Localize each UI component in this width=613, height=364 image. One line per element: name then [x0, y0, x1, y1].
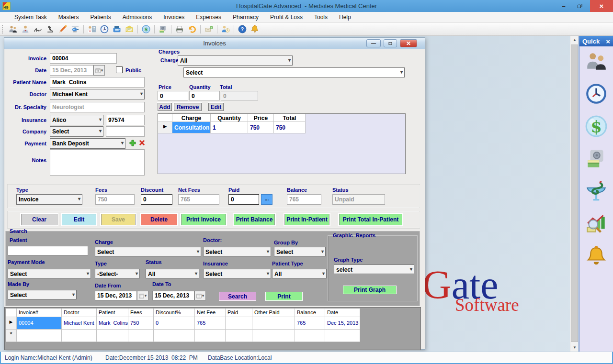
- cell-balance[interactable]: 765: [295, 317, 325, 330]
- search-dateto-calendar-button[interactable]: ▾: [194, 291, 206, 300]
- menu-item-help[interactable]: Help: [333, 12, 357, 23]
- charge-item-combo[interactable]: Select▾: [183, 67, 405, 77]
- paid-input[interactable]: 0: [228, 194, 259, 205]
- fax-icon[interactable]: [111, 23, 123, 35]
- clock-icon[interactable]: [98, 23, 111, 35]
- invoices-minimize-button[interactable]: —: [366, 39, 381, 47]
- quick-bell-icon[interactable]: [583, 243, 610, 269]
- vertical-scrollbar[interactable]: ▲ ▼: [570, 36, 579, 352]
- search-groupby-combo[interactable]: Select▾: [274, 247, 326, 256]
- doctor-combo[interactable]: Michael Kent▾: [50, 89, 145, 99]
- col-patient[interactable]: Patient: [97, 309, 128, 317]
- col-doctor[interactable]: Doctor: [62, 309, 97, 317]
- menu-item-invoices[interactable]: Invoices: [158, 12, 190, 23]
- invoices-window-titlebar[interactable]: Invoices: [4, 38, 425, 49]
- payment-combo[interactable]: Bank Deposit▾: [50, 138, 125, 149]
- col-date[interactable]: Date: [325, 309, 360, 317]
- print-invoice-button[interactable]: Print Invoice: [181, 214, 226, 225]
- bell-icon[interactable]: [249, 23, 261, 35]
- edit-charge-button[interactable]: Edit: [208, 103, 224, 111]
- menu-item-profit-loss[interactable]: Profit & Loss: [264, 12, 308, 23]
- patient-icon[interactable]: [19, 23, 32, 35]
- col-invoice[interactable]: Invoice#: [17, 309, 62, 317]
- company-number-field[interactable]: [106, 126, 145, 137]
- discount-input[interactable]: 0: [141, 194, 172, 205]
- money-box-icon[interactable]: [157, 23, 169, 35]
- search-button[interactable]: Search: [219, 292, 256, 301]
- edit-button[interactable]: Edit: [62, 214, 96, 225]
- cell-fees[interactable]: 750: [128, 317, 154, 330]
- scroll-up-icon[interactable]: ▲: [570, 36, 579, 44]
- print-balance-button[interactable]: Print Balance: [234, 214, 275, 225]
- col-balance[interactable]: Balance: [295, 309, 325, 317]
- search-type-combo[interactable]: -Select-▾: [95, 269, 140, 278]
- money-mail-icon[interactable]: [123, 23, 136, 35]
- dollar-coin-icon[interactable]: $: [140, 23, 152, 35]
- print-mail-icon[interactable]: [173, 23, 186, 35]
- cell-discount[interactable]: 0: [154, 317, 195, 330]
- col-total[interactable]: Total: [274, 114, 306, 122]
- col-netfee[interactable]: Net Fee: [195, 309, 226, 317]
- search-print-button[interactable]: Print: [265, 292, 303, 301]
- col-quantity[interactable]: Quantity: [211, 114, 248, 122]
- type-combo[interactable]: Invoice▾: [16, 194, 82, 205]
- search-datefrom-field[interactable]: 15 Dec, 2013: [95, 291, 137, 300]
- quick-money-safe-icon[interactable]: [583, 146, 610, 172]
- search-charge-combo[interactable]: Select▾: [95, 247, 201, 256]
- cell-patient[interactable]: Mark Colins: [97, 317, 128, 330]
- add-payment-button[interactable]: [129, 139, 136, 149]
- cell-netfee[interactable]: 765: [195, 317, 226, 330]
- quick-close-icon[interactable]: ×: [606, 37, 610, 45]
- quick-dollar-icon[interactable]: $: [583, 113, 610, 139]
- print-inpatient-button[interactable]: Print In-Patient: [284, 214, 329, 225]
- scrollbar-thumb[interactable]: [571, 44, 578, 342]
- remove-charge-button[interactable]: Remove: [174, 103, 202, 111]
- invoices-close-button[interactable]: ✕: [400, 39, 417, 47]
- search-patient-input[interactable]: [8, 246, 88, 255]
- cell-invoice[interactable]: 00004: [17, 317, 62, 330]
- col-fees[interactable]: Fees: [128, 309, 154, 317]
- search-datefrom-calendar-button[interactable]: ▾: [137, 291, 148, 300]
- date-calendar-button[interactable]: ▾: [93, 65, 105, 76]
- add-charge-button[interactable]: Add: [158, 103, 172, 111]
- company-combo[interactable]: Select▾: [50, 126, 103, 137]
- delete-button[interactable]: Delete: [141, 214, 177, 225]
- undo-icon[interactable]: [186, 23, 198, 35]
- col-price[interactable]: Price: [248, 114, 274, 122]
- search-paymode-combo[interactable]: Select▾: [8, 269, 91, 278]
- clear-button[interactable]: Clear: [21, 214, 57, 225]
- menu-item-expenses[interactable]: Expenses: [190, 12, 227, 23]
- helicopter-icon[interactable]: [69, 23, 81, 35]
- minimize-button[interactable]: –: [556, 0, 572, 12]
- hospital-staff-icon[interactable]: [86, 23, 98, 35]
- patient-name-field[interactable]: Mark Colins: [50, 77, 145, 88]
- quick-financial-report-icon[interactable]: [583, 211, 610, 237]
- delete-payment-button[interactable]: [138, 139, 146, 148]
- public-checkbox[interactable]: [116, 66, 123, 73]
- save-button[interactable]: Save: [101, 214, 136, 225]
- cell-charge[interactable]: Consultation: [172, 122, 211, 133]
- menu-item-system-task[interactable]: System Task: [9, 12, 53, 23]
- price-input[interactable]: 0: [158, 91, 188, 100]
- results-row[interactable]: ▶ 00004 Michael Kent Mark Colins 750 0 7…: [6, 317, 360, 330]
- quick-clock-icon[interactable]: [583, 81, 610, 107]
- help-icon[interactable]: ?: [236, 23, 249, 35]
- mail-icon[interactable]: [203, 23, 215, 35]
- col-discount[interactable]: Discount%: [154, 309, 195, 317]
- col-otherpaid[interactable]: Other Paid: [252, 309, 295, 317]
- search-status-combo[interactable]: All▾: [146, 269, 199, 278]
- insurance-combo[interactable]: Alico▾: [50, 115, 103, 125]
- menu-item-admissions[interactable]: Admissions: [117, 12, 158, 23]
- signature-icon[interactable]: [32, 23, 44, 35]
- print-graph-button[interactable]: Print Graph: [343, 286, 397, 294]
- insurance-number-field[interactable]: 97574: [106, 115, 145, 125]
- col-paid[interactable]: Paid: [226, 309, 252, 317]
- cell-quantity[interactable]: 1: [211, 122, 248, 133]
- row-selector[interactable]: ▶: [158, 122, 172, 133]
- cell-doctor[interactable]: Michael Kent: [62, 317, 97, 330]
- graphtype-combo[interactable]: select▾: [334, 265, 414, 274]
- cell-total[interactable]: 750: [274, 122, 306, 133]
- search-patienttype-combo[interactable]: All▾: [272, 269, 327, 278]
- cell-otherpaid[interactable]: [252, 317, 295, 330]
- row-selector[interactable]: ▶: [6, 317, 17, 330]
